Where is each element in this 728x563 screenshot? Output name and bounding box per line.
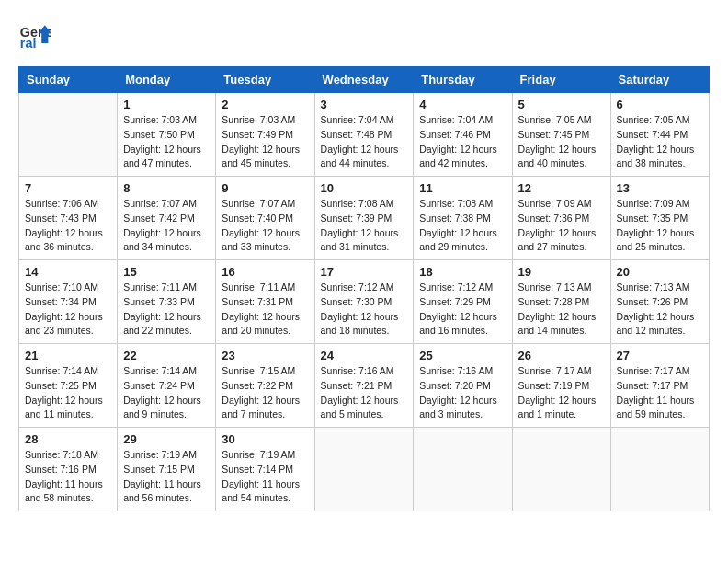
calendar-week-row: 28Sunrise: 7:18 AM Sunset: 7:16 PM Dayli… <box>19 428 710 511</box>
day-info: Sunrise: 7:18 AM Sunset: 7:16 PM Dayligh… <box>25 448 111 506</box>
day-info: Sunrise: 7:16 AM Sunset: 7:20 PM Dayligh… <box>419 364 506 422</box>
day-number: 13 <box>617 181 703 195</box>
calendar-cell: 8Sunrise: 7:07 AM Sunset: 7:42 PM Daylig… <box>118 177 216 260</box>
day-info: Sunrise: 7:16 AM Sunset: 7:21 PM Dayligh… <box>321 364 408 422</box>
day-number: 3 <box>321 98 408 111</box>
calendar-cell: 20Sunrise: 7:13 AM Sunset: 7:26 PM Dayli… <box>610 260 709 344</box>
day-number: 9 <box>222 181 308 195</box>
day-info: Sunrise: 7:17 AM Sunset: 7:19 PM Dayligh… <box>518 364 605 422</box>
calendar-cell <box>314 428 414 511</box>
day-info: Sunrise: 7:14 AM Sunset: 7:24 PM Dayligh… <box>123 364 210 422</box>
day-number: 21 <box>25 349 111 362</box>
day-number: 26 <box>518 349 605 362</box>
calendar-cell: 9Sunrise: 7:07 AM Sunset: 7:40 PM Daylig… <box>216 177 314 260</box>
calendar-cell: 17Sunrise: 7:12 AM Sunset: 7:30 PM Dayli… <box>314 260 414 344</box>
day-info: Sunrise: 7:09 AM Sunset: 7:36 PM Dayligh… <box>518 197 605 255</box>
calendar-cell: 29Sunrise: 7:19 AM Sunset: 7:15 PM Dayli… <box>118 428 216 511</box>
col-header-monday: Monday <box>118 67 216 93</box>
day-info: Sunrise: 7:08 AM Sunset: 7:38 PM Dayligh… <box>419 197 506 255</box>
calendar-cell: 5Sunrise: 7:05 AM Sunset: 7:45 PM Daylig… <box>512 93 610 177</box>
day-number: 30 <box>222 432 308 446</box>
calendar-week-row: 1Sunrise: 7:03 AM Sunset: 7:50 PM Daylig… <box>19 93 710 177</box>
logo: Gene ral <box>18 18 55 52</box>
day-info: Sunrise: 7:13 AM Sunset: 7:26 PM Dayligh… <box>617 281 703 339</box>
day-number: 25 <box>419 349 506 362</box>
day-number: 20 <box>617 265 703 279</box>
day-info: Sunrise: 7:17 AM Sunset: 7:17 PM Dayligh… <box>617 364 703 422</box>
calendar-cell: 27Sunrise: 7:17 AM Sunset: 7:17 PM Dayli… <box>610 344 709 428</box>
calendar-cell <box>414 428 512 511</box>
calendar-week-row: 21Sunrise: 7:14 AM Sunset: 7:25 PM Dayli… <box>19 344 710 428</box>
day-number: 28 <box>25 432 111 446</box>
calendar-cell <box>610 428 709 511</box>
day-number: 16 <box>222 265 308 279</box>
day-info: Sunrise: 7:03 AM Sunset: 7:49 PM Dayligh… <box>222 113 308 171</box>
day-number: 15 <box>123 265 210 279</box>
calendar-table: SundayMondayTuesdayWednesdayThursdayFrid… <box>18 66 710 511</box>
day-number: 12 <box>518 181 605 195</box>
day-number: 2 <box>222 98 308 111</box>
calendar-cell: 1Sunrise: 7:03 AM Sunset: 7:50 PM Daylig… <box>118 93 216 177</box>
calendar-cell: 3Sunrise: 7:04 AM Sunset: 7:48 PM Daylig… <box>314 93 414 177</box>
calendar-cell: 22Sunrise: 7:14 AM Sunset: 7:24 PM Dayli… <box>118 344 216 428</box>
day-info: Sunrise: 7:14 AM Sunset: 7:25 PM Dayligh… <box>25 364 111 422</box>
calendar-cell: 19Sunrise: 7:13 AM Sunset: 7:28 PM Dayli… <box>512 260 610 344</box>
calendar-cell: 23Sunrise: 7:15 AM Sunset: 7:22 PM Dayli… <box>216 344 314 428</box>
day-info: Sunrise: 7:12 AM Sunset: 7:30 PM Dayligh… <box>321 281 408 339</box>
day-number: 10 <box>321 181 408 195</box>
day-number: 1 <box>123 98 210 111</box>
calendar-cell: 14Sunrise: 7:10 AM Sunset: 7:34 PM Dayli… <box>19 260 118 344</box>
day-info: Sunrise: 7:03 AM Sunset: 7:50 PM Dayligh… <box>123 113 210 171</box>
day-number: 18 <box>419 265 506 279</box>
calendar-cell: 15Sunrise: 7:11 AM Sunset: 7:33 PM Dayli… <box>118 260 216 344</box>
day-info: Sunrise: 7:05 AM Sunset: 7:45 PM Dayligh… <box>518 113 605 171</box>
day-info: Sunrise: 7:11 AM Sunset: 7:31 PM Dayligh… <box>222 281 308 339</box>
day-info: Sunrise: 7:19 AM Sunset: 7:15 PM Dayligh… <box>123 448 210 506</box>
calendar-week-row: 7Sunrise: 7:06 AM Sunset: 7:43 PM Daylig… <box>19 177 710 260</box>
day-number: 27 <box>617 349 703 362</box>
day-info: Sunrise: 7:07 AM Sunset: 7:42 PM Dayligh… <box>123 197 210 255</box>
calendar-cell: 13Sunrise: 7:09 AM Sunset: 7:35 PM Dayli… <box>610 177 709 260</box>
calendar-cell: 30Sunrise: 7:19 AM Sunset: 7:14 PM Dayli… <box>216 428 314 511</box>
calendar-cell: 12Sunrise: 7:09 AM Sunset: 7:36 PM Dayli… <box>512 177 610 260</box>
calendar-cell: 28Sunrise: 7:18 AM Sunset: 7:16 PM Dayli… <box>19 428 118 511</box>
calendar-cell: 16Sunrise: 7:11 AM Sunset: 7:31 PM Dayli… <box>216 260 314 344</box>
day-number: 19 <box>518 265 605 279</box>
calendar-cell: 21Sunrise: 7:14 AM Sunset: 7:25 PM Dayli… <box>19 344 118 428</box>
day-number: 23 <box>222 349 308 362</box>
day-number: 6 <box>617 98 703 111</box>
day-number: 22 <box>123 349 210 362</box>
day-info: Sunrise: 7:13 AM Sunset: 7:28 PM Dayligh… <box>518 281 605 339</box>
day-info: Sunrise: 7:04 AM Sunset: 7:48 PM Dayligh… <box>321 113 408 171</box>
calendar-header-row: SundayMondayTuesdayWednesdayThursdayFrid… <box>19 67 710 93</box>
col-header-tuesday: Tuesday <box>216 67 314 93</box>
calendar-cell: 7Sunrise: 7:06 AM Sunset: 7:43 PM Daylig… <box>19 177 118 260</box>
calendar-cell <box>512 428 610 511</box>
day-number: 7 <box>25 181 111 195</box>
calendar-cell: 11Sunrise: 7:08 AM Sunset: 7:38 PM Dayli… <box>414 177 512 260</box>
col-header-thursday: Thursday <box>414 67 512 93</box>
logo-icon: Gene ral <box>18 18 51 52</box>
calendar-cell: 4Sunrise: 7:04 AM Sunset: 7:46 PM Daylig… <box>414 93 512 177</box>
day-info: Sunrise: 7:10 AM Sunset: 7:34 PM Dayligh… <box>25 281 111 339</box>
calendar-cell: 2Sunrise: 7:03 AM Sunset: 7:49 PM Daylig… <box>216 93 314 177</box>
day-number: 14 <box>25 265 111 279</box>
calendar-cell <box>19 93 118 177</box>
day-info: Sunrise: 7:11 AM Sunset: 7:33 PM Dayligh… <box>123 281 210 339</box>
calendar-cell: 24Sunrise: 7:16 AM Sunset: 7:21 PM Dayli… <box>314 344 414 428</box>
day-number: 17 <box>321 265 408 279</box>
calendar-cell: 10Sunrise: 7:08 AM Sunset: 7:39 PM Dayli… <box>314 177 414 260</box>
day-number: 29 <box>123 432 210 446</box>
day-info: Sunrise: 7:19 AM Sunset: 7:14 PM Dayligh… <box>222 448 308 506</box>
day-number: 5 <box>518 98 605 111</box>
day-info: Sunrise: 7:04 AM Sunset: 7:46 PM Dayligh… <box>419 113 506 171</box>
col-header-wednesday: Wednesday <box>314 67 414 93</box>
calendar-cell: 18Sunrise: 7:12 AM Sunset: 7:29 PM Dayli… <box>414 260 512 344</box>
calendar-cell: 26Sunrise: 7:17 AM Sunset: 7:19 PM Dayli… <box>512 344 610 428</box>
day-info: Sunrise: 7:15 AM Sunset: 7:22 PM Dayligh… <box>222 364 308 422</box>
col-header-saturday: Saturday <box>610 67 709 93</box>
day-info: Sunrise: 7:08 AM Sunset: 7:39 PM Dayligh… <box>321 197 408 255</box>
day-number: 8 <box>123 181 210 195</box>
col-header-sunday: Sunday <box>19 67 118 93</box>
day-info: Sunrise: 7:05 AM Sunset: 7:44 PM Dayligh… <box>617 113 703 171</box>
